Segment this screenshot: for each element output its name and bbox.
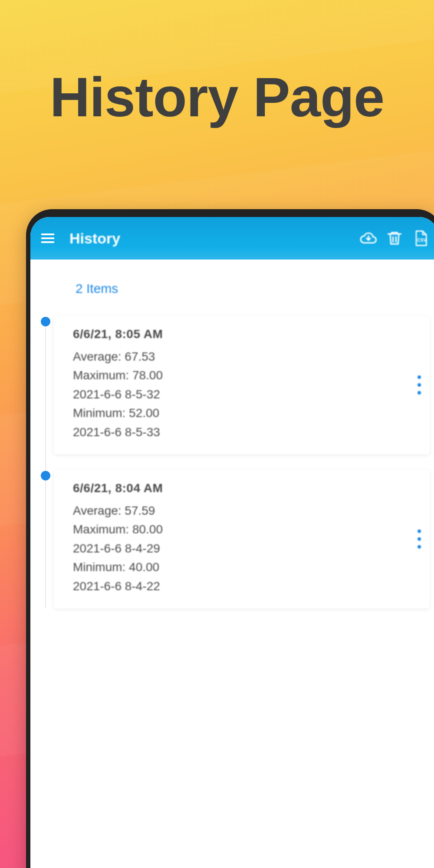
entry-line: Average: 67.53 (73, 347, 399, 366)
content-area: 2 Items 6/6/21, 8:05 AM Average: 67.53 M… (30, 260, 434, 608)
trash-icon[interactable] (385, 228, 404, 248)
phone-frame: History CSV (26, 209, 434, 868)
entry-line: 2021-6-6 8-5-32 (73, 385, 399, 404)
history-card[interactable]: 6/6/21, 8:05 AM Average: 67.53 Maximum: … (54, 316, 430, 454)
item-count-label: 2 Items (76, 281, 430, 296)
history-entry: 6/6/21, 8:05 AM Average: 67.53 Maximum: … (54, 316, 430, 454)
entry-timestamp: 6/6/21, 8:05 AM (73, 327, 399, 341)
entry-timestamp: 6/6/21, 8:04 AM (73, 481, 399, 495)
csv-export-icon[interactable]: CSV (411, 228, 431, 248)
more-options-icon[interactable] (418, 529, 421, 549)
appbar: History CSV (30, 217, 434, 260)
timeline-dot (41, 471, 50, 480)
timeline-line (45, 324, 46, 608)
entry-line: 2021-6-6 8-4-29 (73, 539, 399, 558)
history-card[interactable]: 6/6/21, 8:04 AM Average: 57.59 Maximum: … (54, 470, 430, 608)
cloud-download-icon[interactable] (358, 228, 378, 248)
entry-line: Minimum: 52.00 (73, 404, 399, 422)
menu-icon[interactable] (38, 229, 57, 248)
phone-screen: History CSV (30, 217, 434, 868)
entry-line: Maximum: 80.00 (73, 520, 399, 539)
entry-line: Average: 57.59 (73, 501, 399, 520)
promo-title: History Page (0, 65, 434, 129)
more-options-icon[interactable] (418, 375, 421, 395)
entry-line: Minimum: 40.00 (73, 558, 399, 576)
svg-text:CSV: CSV (417, 237, 427, 243)
entry-line: 2021-6-6 8-5-33 (73, 423, 399, 441)
history-timeline: 6/6/21, 8:05 AM Average: 67.53 Maximum: … (39, 316, 430, 608)
history-entry: 6/6/21, 8:04 AM Average: 57.59 Maximum: … (54, 470, 430, 608)
appbar-title: History (69, 230, 358, 247)
entry-line: Maximum: 78.00 (73, 366, 399, 385)
timeline-dot (41, 317, 50, 326)
entry-line: 2021-6-6 8-4-22 (73, 577, 399, 595)
